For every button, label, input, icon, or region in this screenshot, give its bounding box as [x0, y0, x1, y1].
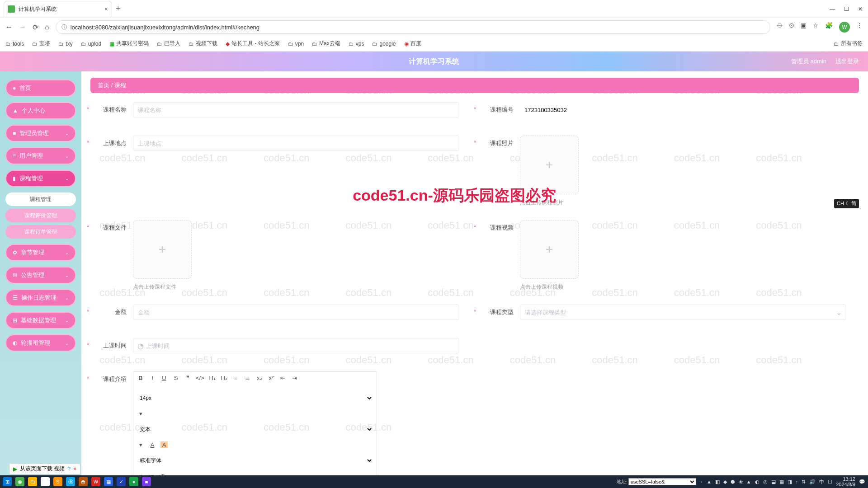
profile-avatar[interactable]: W	[839, 22, 850, 33]
forward-icon[interactable]: →	[19, 23, 26, 31]
logout-button[interactable]: 退出登录	[835, 57, 859, 66]
quote-icon[interactable]: ❞	[184, 375, 191, 381]
tray-icon[interactable]: ⬢	[731, 479, 735, 485]
idea-icon[interactable]: ■	[142, 477, 151, 486]
url-field-wrapper[interactable]: ⓘ	[56, 20, 770, 34]
clear-format-icon[interactable]: Tₓ	[160, 473, 168, 475]
window-maximize-icon[interactable]: ☐	[844, 6, 849, 12]
help-icon[interactable]: ?	[67, 466, 71, 472]
select-course-type[interactable]	[520, 305, 846, 320]
bookmark-item[interactable]: 🗀Max云端	[312, 40, 340, 47]
font-color-icon[interactable]: A	[149, 441, 156, 448]
bookmark-item[interactable]: 🗀视频下载	[189, 40, 217, 47]
bookmark-item[interactable]: 🗀vpn	[288, 41, 304, 47]
sidebar-item-home[interactable]: ●首页	[5, 80, 76, 97]
sidebar-sub-course-manage[interactable]: 课程管理	[5, 192, 76, 206]
bookmark-item[interactable]: ◆站长工具 - 站长之家	[226, 40, 280, 47]
tray-icon[interactable]: ▦	[779, 479, 784, 485]
go-icon[interactable]: →	[698, 479, 703, 484]
zoom-icon[interactable]: ⊙	[789, 22, 794, 33]
sidebar-item-admin[interactable]: ■管理员管理⌄	[5, 125, 76, 142]
tray-icon[interactable]: ◐	[755, 479, 760, 485]
bookmark-item[interactable]: 🗀vps	[349, 41, 364, 47]
underline-icon[interactable]: U	[160, 375, 168, 381]
sidebar-item-users[interactable]: ≡用户管理⌄	[5, 147, 76, 164]
input-location[interactable]	[133, 136, 459, 151]
tray-icon[interactable]: ☐	[828, 479, 832, 485]
subscript-icon[interactable]: x₂	[256, 375, 263, 381]
taskbar-addr-select[interactable]: useSSL=false&	[628, 478, 696, 485]
list-ul-icon[interactable]: ≣	[244, 375, 251, 381]
sidebar-item-chapters[interactable]: ✿章节管理⌄	[5, 244, 76, 261]
indent-icon[interactable]: ⇤	[279, 375, 287, 381]
fontfamily-select[interactable]: 标准字体	[137, 453, 373, 468]
sidebar-sub-course-review[interactable]: 课程评价管理	[5, 209, 76, 222]
tray-icon[interactable]: ▲	[707, 479, 712, 484]
back-icon[interactable]: ←	[5, 23, 13, 31]
chrome-icon[interactable]: ◯	[41, 477, 50, 486]
home-icon[interactable]: ⌂	[45, 23, 49, 31]
reload-icon[interactable]: ⟳	[33, 23, 38, 32]
menu-icon[interactable]: ⋮	[856, 22, 863, 33]
input-time[interactable]	[133, 338, 459, 353]
bookmark-star-icon[interactable]: ☆	[813, 22, 819, 33]
sidebar-item-logs[interactable]: ☰操作日志管理⌄	[5, 289, 76, 306]
tray-wifi-icon[interactable]: ⇅	[802, 479, 806, 485]
browser-tab[interactable]: 计算机学习系统 ×	[4, 1, 112, 17]
new-tab-button[interactable]: +	[116, 4, 121, 14]
window-close-icon[interactable]: ✕	[858, 6, 863, 12]
bookmark-item[interactable]: 🗀tools	[5, 41, 24, 47]
sidebar-item-banner[interactable]: ◐轮播图管理⌄	[5, 334, 76, 352]
all-bookmarks[interactable]: 🗀所有书签	[834, 40, 863, 47]
bookmark-item[interactable]: 🗀uplod	[81, 41, 101, 47]
download-video-widget[interactable]: ▶ 从该页面下载 视频 ? ×	[9, 463, 80, 474]
tray-icon[interactable]: ↑	[796, 479, 798, 484]
taskbar-clock[interactable]: 13:12 2024/8/9	[836, 476, 855, 487]
tray-icon[interactable]: ◆	[723, 479, 727, 485]
reader-icon[interactable]: ▣	[801, 22, 807, 33]
code-icon[interactable]: </>	[196, 375, 204, 381]
uploader-file[interactable]: +	[133, 220, 192, 279]
bookmark-item[interactable]: ◉百度	[404, 40, 421, 47]
tab-close-icon[interactable]: ×	[104, 5, 108, 13]
tray-ime-icon[interactable]: 中	[819, 479, 824, 485]
window-minimize-icon[interactable]: —	[830, 6, 835, 12]
edge-icon[interactable]: ⓔ	[66, 477, 75, 486]
bold-icon[interactable]: B	[137, 375, 144, 381]
sidebar-item-courses[interactable]: ▮课程管理⌄	[5, 170, 76, 187]
tray-icon[interactable]: ◎	[763, 479, 768, 485]
italic-icon[interactable]: I	[149, 375, 156, 381]
sidebar-item-basedata[interactable]: ⊞基础数据管理⌄	[5, 312, 76, 329]
tray-icon[interactable]: ◨	[788, 479, 792, 485]
breadcrumb-home[interactable]: 首页	[98, 82, 109, 89]
taskbar-app-icon[interactable]: ◓	[79, 477, 88, 486]
align-icon[interactable]: ≡	[149, 473, 156, 475]
bookmark-item[interactable]: 🗀宝塔	[32, 40, 50, 47]
uploader-photo[interactable]: +	[520, 136, 579, 194]
texttype-select[interactable]: 文本	[137, 422, 373, 437]
wechat-icon[interactable]: ●	[129, 477, 138, 486]
uploader-video[interactable]: +	[520, 220, 579, 279]
sidebar-item-notice[interactable]: ✉公告管理⌄	[5, 267, 76, 284]
wps-icon[interactable]: W	[91, 477, 100, 486]
fontsize-select[interactable]: 14px	[137, 390, 373, 406]
explorer-icon[interactable]: 🗀	[28, 477, 37, 486]
taskbar-app-icon[interactable]: ◉	[15, 477, 24, 486]
tray-icon[interactable]: ❀	[739, 479, 743, 485]
close-icon[interactable]: ×	[73, 466, 76, 472]
tray-icon[interactable]: ▲	[746, 479, 751, 484]
strike-icon[interactable]: S	[172, 375, 179, 381]
input-course-code[interactable]	[520, 102, 846, 117]
bookmark-item[interactable]: ▦共享账号密码	[109, 40, 149, 47]
superscript-icon[interactable]: x²	[268, 375, 275, 381]
list-ol-icon[interactable]: ≡	[232, 375, 240, 381]
site-info-icon[interactable]: ⓘ	[61, 23, 67, 31]
image-icon[interactable]: ▭	[172, 473, 179, 475]
notifications-icon[interactable]: 💬	[859, 479, 865, 485]
bookmark-item[interactable]: 🗀txy	[58, 41, 72, 47]
input-amount[interactable]	[133, 305, 459, 320]
extensions-icon[interactable]: 🧩	[825, 22, 833, 33]
translate-icon[interactable]: ⦵	[777, 22, 783, 33]
bg-color-icon[interactable]: A	[160, 441, 168, 448]
bookmark-item[interactable]: 🗀google	[372, 41, 396, 47]
